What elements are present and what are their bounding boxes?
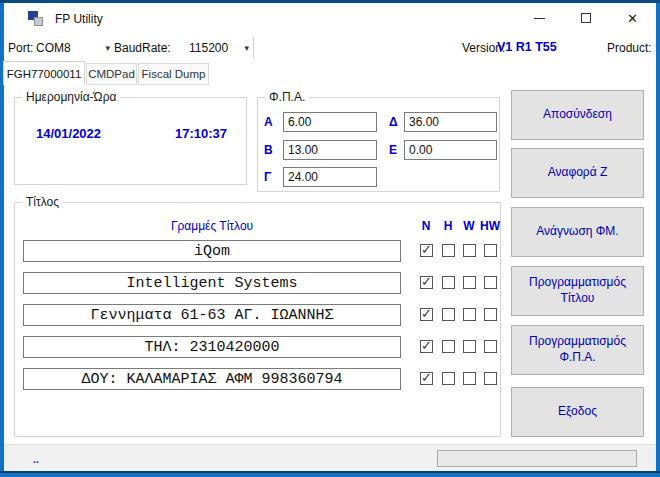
port-combobox[interactable]: COM8 ▾ [36,37,110,58]
checkbox-n-row3[interactable] [420,308,433,321]
tab-cmdpad[interactable]: CMDPad [86,63,137,85]
product-label: Product: [607,41,652,55]
app-icon-pane-gray [34,17,43,26]
checkbox-hw-row4[interactable] [484,340,497,353]
minimize-button[interactable] [517,3,562,33]
date-value: 14/01/2022 [36,126,101,141]
progress-bar [437,450,637,467]
title-line-input-3[interactable] [23,304,401,326]
datetime-group-caption: Ημερομηνία-Ώρα [22,90,120,104]
vat-input-b[interactable] [283,140,377,160]
title-line-input-4[interactable] [23,336,401,358]
time-value: 17:10:37 [175,126,227,141]
checkbox-hw-row3[interactable] [484,308,497,321]
title-line-input-5[interactable] [23,368,401,390]
checkbox-w-row4[interactable] [463,340,476,353]
datetime-groupbox [14,97,247,185]
checkbox-hw-row1[interactable] [484,244,497,257]
toolbar-separator [253,37,254,58]
port-value: COM8 [36,41,71,55]
tab-fiscal-dump[interactable]: Fiscal Dump [138,63,209,85]
window-border-bottom [0,471,660,473]
status-text: .. [33,453,39,465]
baudrate-label: BaudRate: [114,41,171,55]
column-header-hw: HW [477,219,503,233]
checkbox-w-row2[interactable] [463,276,476,289]
version-value: V1 R1 T55 [497,40,557,54]
maximize-button[interactable] [563,3,608,33]
baudrate-combobox[interactable]: 115200 ▾ [189,37,249,58]
checkbox-n-row1[interactable] [420,244,433,257]
checkbox-h-row5[interactable] [442,372,455,385]
title-line-input-2[interactable] [23,272,401,294]
vat-label-a: Α [264,115,273,129]
baudrate-value: 115200 [189,41,228,55]
vat-input-g[interactable] [283,167,377,187]
checkbox-n-row2[interactable] [420,276,433,289]
checkbox-w-row3[interactable] [463,308,476,321]
maximize-icon [581,13,591,23]
app-icon[interactable] [28,11,44,27]
exit-button[interactable]: Εξοδος [511,387,644,437]
checkbox-n-row5[interactable] [420,372,433,385]
window-title: FP Utility [55,12,103,26]
titles-group-caption: Τίτλος [22,195,63,209]
vat-input-d[interactable] [404,112,497,132]
read-fiscal-memory-button[interactable]: Ανάγνωση ΦΜ. [511,207,644,257]
vat-label-b: Β [264,143,273,157]
disconnect-button[interactable]: Αποσύνδεση [511,90,644,140]
column-header-n: N [415,219,437,233]
chevron-down-icon: ▾ [105,43,110,53]
checkbox-n-row4[interactable] [420,340,433,353]
title-lines-header: Γραμμές Τίτλου [23,219,401,233]
program-title-button[interactable]: Προγραμματισμός Τίτλου [511,266,644,316]
minimize-icon [534,18,545,19]
vat-label-g: Γ [264,170,271,184]
checkbox-hw-row2[interactable] [484,276,497,289]
checkbox-h-row1[interactable] [442,244,455,257]
checkbox-hw-row5[interactable] [484,372,497,385]
app-window: FP Utility ✕ Port: COM8 ▾ BaudRate: 1152… [0,0,660,477]
program-vat-button[interactable]: Προγραμματισμός Φ.Π.Α. [511,325,644,375]
port-label: Port: [8,41,33,55]
close-icon: ✕ [627,12,638,25]
title-line-input-1[interactable] [23,240,401,262]
checkbox-h-row3[interactable] [442,308,455,321]
checkbox-w-row1[interactable] [463,244,476,257]
tab-device[interactable]: FGH77000011 [3,61,85,85]
chevron-down-icon: ▾ [244,43,249,53]
z-report-button[interactable]: Αναφορά Z [511,148,644,198]
close-button[interactable]: ✕ [609,3,656,33]
vat-input-e[interactable] [404,140,497,160]
checkbox-h-row4[interactable] [442,340,455,353]
checkbox-w-row5[interactable] [463,372,476,385]
vat-group-caption: Φ.Π.Α. [265,90,309,104]
vat-label-d: Δ [389,115,398,129]
vat-input-a[interactable] [283,112,377,132]
vat-label-e: Ε [389,143,397,157]
column-header-h: H [437,219,459,233]
checkbox-h-row2[interactable] [442,276,455,289]
